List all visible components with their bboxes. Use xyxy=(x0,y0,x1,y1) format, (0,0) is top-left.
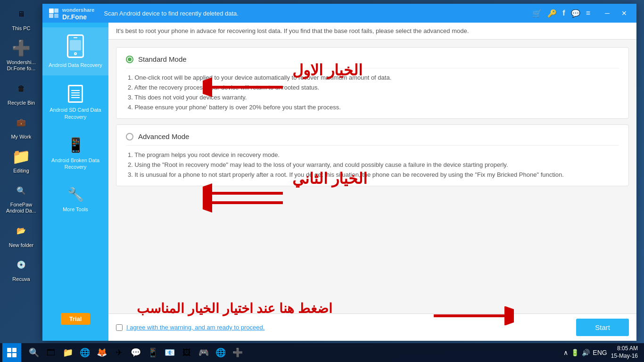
main-content: It's best to root your phone in advace f… xyxy=(108,23,636,341)
taskbar-date-value: 15-May-16 xyxy=(611,353,638,360)
app-body: Android Data Recovery Android SD Card Da… xyxy=(42,23,636,341)
bottom-bar: I agree with the warning, and am ready t… xyxy=(108,313,636,341)
taskbar: 🔍 🗔 📁 🌐 🦊 ✈ 💬 📱 📧 🖼 🎮 🌐 ➕ ∧ 🔋 🔊 ENG 8:05… xyxy=(0,343,644,362)
sidebar-item-broken[interactable]: 📱 Android Broken Data Recovery xyxy=(42,130,108,178)
desktop-icon-drfone[interactable]: ➕ Wondershi... Dr.Fone fo... xyxy=(2,39,40,72)
taskbar-drfone-icon[interactable]: ➕ xyxy=(231,346,244,359)
standard-mode-points: 1. One-click root will be applied to you… xyxy=(126,74,619,111)
svg-rect-3 xyxy=(54,14,58,18)
title-bar-controls: 🛒 🔑 f 💬 ≡ ─ ✕ xyxy=(532,7,631,20)
advanced-mode-header: Advanced Mode xyxy=(126,132,619,146)
taskbar-game-icon[interactable]: 🎮 xyxy=(197,346,210,359)
desktop-icons-area: 🖥 This PC ➕ Wondershi... Dr.Fone fo... 🗑… xyxy=(0,0,42,362)
tools-icon: 🔧 xyxy=(67,187,84,202)
windows-logo-icon xyxy=(7,348,17,357)
sidebar-item-tools-label: More Tools xyxy=(63,206,88,213)
sidebar-item-sd-label: Android SD Card Data Recovery xyxy=(45,107,106,120)
advanced-point-2: 2. Using the "Root in recovery mode" may… xyxy=(126,161,619,168)
desktop-icon-fonepaw[interactable]: 🔍 FonePaw Android Da... xyxy=(2,181,40,214)
standard-point-2: 2. After the recovery process your devic… xyxy=(126,84,619,91)
key-icon[interactable]: 🔑 xyxy=(547,9,557,18)
desktop-icon-editing[interactable]: 📁 Editing xyxy=(2,147,40,174)
sidebar: Android Data Recovery Android SD Card Da… xyxy=(42,23,108,341)
agree-checkbox-container: I agree with the warning, and am ready t… xyxy=(116,324,264,331)
desktop-icon-recuva[interactable]: 💿 Recuva xyxy=(2,255,40,282)
advanced-mode-points: 1. The program helps you root device in … xyxy=(126,151,619,178)
sidebar-item-android-data-label: Android Data Recovery xyxy=(49,62,102,68)
start-menu-button[interactable] xyxy=(2,343,21,362)
taskbar-whatsapp-icon[interactable]: 💬 xyxy=(129,346,142,359)
close-button[interactable]: ✕ xyxy=(618,7,631,20)
taskbar-time-value: 8:05 AM xyxy=(611,345,638,353)
taskbar-explorer-icon[interactable]: 📁 xyxy=(61,346,74,359)
trial-badge[interactable]: Trial xyxy=(61,313,91,325)
phone-icon xyxy=(67,34,84,58)
standard-point-3: 3. This does not void your devices warra… xyxy=(126,94,619,101)
standard-mode-radio[interactable] xyxy=(126,56,133,63)
title-bar: wondershare Dr.Fone Scan Android device … xyxy=(42,4,636,23)
taskbar-chrome-icon[interactable]: 🌐 xyxy=(78,346,91,359)
advanced-mode-radio[interactable] xyxy=(126,133,133,140)
minimize-button[interactable]: ─ xyxy=(601,7,614,20)
taskbar-lang-label: ENG xyxy=(593,349,607,356)
sidebar-item-broken-label: Android Broken Data Recovery xyxy=(45,157,106,171)
app-logo: wondershare Dr.Fone xyxy=(48,6,94,21)
cart-icon[interactable]: 🛒 xyxy=(532,9,542,18)
start-button[interactable]: Start xyxy=(576,319,629,336)
desktop-icon-thispc[interactable]: 🖥 This PC xyxy=(2,5,40,32)
advanced-point-3: 3. It is unusual for a phone to not star… xyxy=(126,171,619,178)
taskbar-firefox-icon[interactable]: 🦊 xyxy=(95,346,108,359)
agree-link[interactable]: I agree with the warning, and am ready t… xyxy=(126,324,264,331)
desktop: 🖥 This PC ➕ Wondershi... Dr.Fone fo... 🗑… xyxy=(0,0,644,362)
menu-icon[interactable]: ≡ xyxy=(586,9,590,17)
advanced-mode-card: Advanced Mode 1. The program helps you r… xyxy=(116,124,629,186)
taskbar-search-icon[interactable]: 🔍 xyxy=(27,346,41,359)
taskbar-chevron-icon[interactable]: ∧ xyxy=(563,349,568,356)
taskbar-system-icons: ∧ 🔋 🔊 ENG xyxy=(563,349,607,356)
standard-mode-title: Standard Mode xyxy=(138,55,187,63)
taskbar-telegram-icon[interactable]: ✈ xyxy=(112,346,125,359)
taskbar-icons: 🔍 🗔 📁 🌐 🦊 ✈ 💬 📱 📧 🖼 🎮 🌐 ➕ xyxy=(24,346,248,359)
logo-text: wondershare Dr.Fone xyxy=(62,6,94,21)
standard-mode-header: Standard Mode xyxy=(126,55,619,68)
standard-point-4: 4. Please ensure your phone' battery is … xyxy=(126,104,619,111)
sidebar-item-tools[interactable]: 🔧 More Tools xyxy=(42,180,108,220)
window-controls: ─ ✕ xyxy=(601,7,631,20)
drfone-logo-icon xyxy=(48,8,59,19)
title-bar-subtitle: Scan Android device to find recently del… xyxy=(94,10,532,17)
taskbar-phone-icon[interactable]: 📱 xyxy=(146,346,159,359)
taskbar-right: ∧ 🔋 🔊 ENG 8:05 AM 15-May-16 xyxy=(563,345,642,360)
taskbar-mail-icon[interactable]: 📧 xyxy=(163,346,176,359)
advanced-mode-title: Advanced Mode xyxy=(138,132,189,140)
info-bar: It's best to root your phone in advace f… xyxy=(108,23,636,40)
taskbar-battery-icon: 🔋 xyxy=(571,349,579,356)
sidebar-item-android-data-recovery[interactable]: Android Data Recovery xyxy=(42,27,108,75)
taskbar-volume-icon[interactable]: 🔊 xyxy=(582,349,590,356)
taskbar-network-icon[interactable]: 🌐 xyxy=(214,346,227,359)
sdcard-icon xyxy=(68,85,83,103)
svg-rect-0 xyxy=(49,8,54,13)
standard-mode-card: Standard Mode 1. One-click root will be … xyxy=(116,47,629,119)
content-area: Standard Mode 1. One-click root will be … xyxy=(108,40,636,313)
broken-phone-icon: 📱 xyxy=(67,137,84,153)
chat-icon[interactable]: 💬 xyxy=(571,9,580,18)
desktop-icon-newfolder[interactable]: 📂 New folder xyxy=(2,222,40,248)
facebook-icon[interactable]: f xyxy=(562,9,565,17)
svg-rect-1 xyxy=(54,8,58,13)
sidebar-item-sd-card[interactable]: Android SD Card Data Recovery xyxy=(42,78,108,127)
desktop-icon-recycle[interactable]: 🗑 Recycle Bin xyxy=(2,79,40,106)
agree-checkbox[interactable] xyxy=(116,324,123,331)
svg-rect-2 xyxy=(49,14,53,18)
trial-badge-container: Trial xyxy=(61,313,91,330)
advanced-point-1: 1. The program helps you root device in … xyxy=(126,151,619,158)
taskbar-photoshop-icon[interactable]: 🖼 xyxy=(180,346,193,359)
desktop-icon-mywork[interactable]: 💼 My Work xyxy=(2,113,40,140)
taskbar-clock: 8:05 AM 15-May-16 xyxy=(611,345,638,360)
standard-point-1: 1. One-click root will be applied to you… xyxy=(126,74,619,81)
taskbar-taskview-icon[interactable]: 🗔 xyxy=(44,346,58,359)
app-window: wondershare Dr.Fone Scan Android device … xyxy=(42,4,636,341)
